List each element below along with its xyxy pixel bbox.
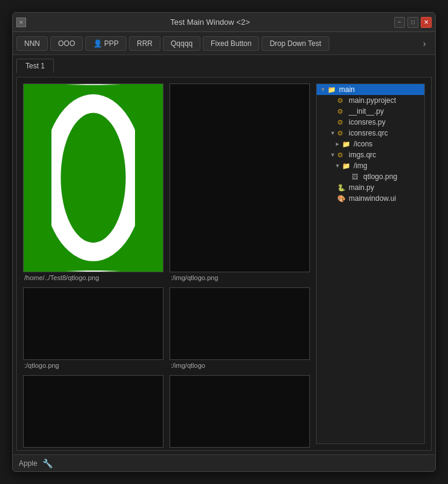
titlebar-left: ✕ bbox=[16, 18, 26, 27]
image-box-5 bbox=[23, 375, 163, 448]
statusbar: Apple 🔧 bbox=[13, 454, 435, 471]
svg-point-2 bbox=[61, 113, 125, 243]
tree-item-mainwindow-ui[interactable]: 🎨 mainwindow.ui bbox=[317, 193, 424, 204]
content-area: Test 1 bbox=[13, 55, 435, 454]
tree-item-qtlogo-png[interactable]: 🖼 qtlogo.png bbox=[317, 171, 424, 182]
image-box-1 bbox=[23, 83, 163, 272]
close-button[interactable]: ✕ bbox=[421, 17, 432, 28]
fixed-button[interactable]: Fixed Button bbox=[203, 36, 259, 51]
tree-item-main[interactable]: ▼ 📁 main bbox=[317, 84, 424, 95]
folder-icon-img: 📁 bbox=[342, 162, 352, 170]
image-box-2 bbox=[170, 83, 310, 272]
folder-icon-icons: 📁 bbox=[342, 140, 352, 148]
tree-item-init[interactable]: ⚙ __init__.py bbox=[317, 106, 424, 117]
image-cell-6: :/Resources/img/qtlogo.png bbox=[170, 375, 310, 451]
image-box-3 bbox=[23, 287, 163, 360]
image-cell-3: :/qtlogo.png bbox=[23, 287, 163, 369]
status-label: Apple bbox=[19, 459, 38, 468]
file-tree: ▼ 📁 main ⚙ main.pyproject ⚙ __init__.py bbox=[316, 83, 425, 444]
tree-item-icons-folder[interactable]: ► 📁 /icons bbox=[317, 139, 424, 149]
qtlogo-graphic bbox=[24, 84, 163, 272]
tree-arrow-img: ▼ bbox=[335, 163, 342, 169]
titlebar: ✕ Test Main Window <2> − □ ✕ bbox=[13, 13, 435, 32]
image-cell-4: :/img/qtlogo bbox=[170, 287, 310, 369]
window-controls: − □ ✕ bbox=[394, 17, 432, 28]
image-label-5: :/img/qtlogo bbox=[23, 450, 59, 451]
tree-item-main-py[interactable]: 🐍 main.py bbox=[317, 182, 424, 193]
maximize-button[interactable]: □ bbox=[407, 17, 418, 28]
main-panel: /home/../Test8/qtlogo.png :/img/qtlogo.p… bbox=[16, 77, 432, 451]
image-box-4 bbox=[170, 287, 310, 360]
image-label-6: :/Resources/img/qtlogo.png bbox=[170, 450, 252, 451]
qrc-icon-init: ⚙ bbox=[337, 108, 347, 116]
tree-item-imgs-qrc[interactable]: ▼ ⚙ imgs.qrc bbox=[317, 149, 424, 160]
image-label-1: /home/../Test8/qtlogo.png bbox=[23, 274, 99, 281]
qrc-icon-iconsres-py: ⚙ bbox=[337, 119, 347, 126]
ooo-button[interactable]: OOO bbox=[50, 36, 83, 51]
image-label-3: :/qtlogo.png bbox=[23, 362, 59, 369]
qrc-icon-iconsres: ⚙ bbox=[337, 129, 347, 137]
image-cell-5: :/img/qtlogo bbox=[23, 375, 163, 451]
ppp-button[interactable]: 👤 PPP bbox=[85, 36, 127, 51]
qrc-icon-pyproject: ⚙ bbox=[337, 97, 347, 105]
folder-icon-main: 📁 bbox=[328, 86, 337, 94]
window-title: Test Main Window <2> bbox=[26, 18, 394, 27]
qqqqq-button[interactable]: Qqqqq bbox=[163, 36, 200, 51]
status-icon: 🔧 bbox=[42, 459, 53, 468]
tab-bar: Test 1 bbox=[16, 59, 432, 73]
tree-arrow-main: ▼ bbox=[320, 87, 328, 93]
image-cell-1: /home/../Test8/qtlogo.png bbox=[23, 83, 163, 281]
tree-item-iconsres-qrc[interactable]: ▼ ⚙ iconsres.qrc bbox=[317, 128, 424, 139]
toolbar: NNN OOO 👤 PPP RRR Qqqqq Fixed Button Dro… bbox=[13, 32, 435, 55]
image-label-2: :/img/qtlogo.png bbox=[170, 274, 218, 281]
tree-arrow-iconsres: ▼ bbox=[330, 130, 337, 136]
svg-rect-3 bbox=[24, 85, 51, 270]
toolbar-more-arrow[interactable]: › bbox=[417, 36, 432, 51]
py-icon-main: 🐍 bbox=[337, 184, 347, 192]
user-icon: 👤 bbox=[93, 39, 102, 48]
tree-item-pyproject[interactable]: ⚙ main.pyproject bbox=[317, 95, 424, 106]
ui-icon-mainwindow: 🎨 bbox=[337, 195, 347, 203]
rrr-button[interactable]: RRR bbox=[129, 36, 160, 51]
nnn-button[interactable]: NNN bbox=[16, 36, 48, 51]
tree-arrow-imgs: ▼ bbox=[330, 152, 337, 158]
image-label-4: :/img/qtlogo bbox=[170, 362, 205, 369]
qrc-icon-imgs: ⚙ bbox=[337, 151, 347, 159]
minimize-button[interactable]: − bbox=[394, 17, 405, 28]
tree-item-img-folder[interactable]: ▼ 📁 /img bbox=[317, 160, 424, 171]
tree-item-iconsres-py[interactable]: ⚙ iconsres.py bbox=[317, 117, 424, 128]
image-grid: /home/../Test8/qtlogo.png :/img/qtlogo.p… bbox=[23, 83, 310, 444]
svg-rect-4 bbox=[135, 85, 163, 270]
app-icon: ✕ bbox=[16, 18, 26, 27]
tree-arrow-icons: ► bbox=[335, 141, 342, 147]
dropdown-test-button[interactable]: Drop Down Test bbox=[262, 36, 329, 51]
tab-test1[interactable]: Test 1 bbox=[16, 59, 54, 73]
image-cell-2: :/img/qtlogo.png bbox=[170, 83, 310, 281]
file-icon-qtlogo: 🖼 bbox=[352, 173, 361, 180]
image-box-6 bbox=[170, 375, 310, 448]
main-window: ✕ Test Main Window <2> − □ ✕ NNN OOO 👤 P… bbox=[12, 12, 436, 472]
